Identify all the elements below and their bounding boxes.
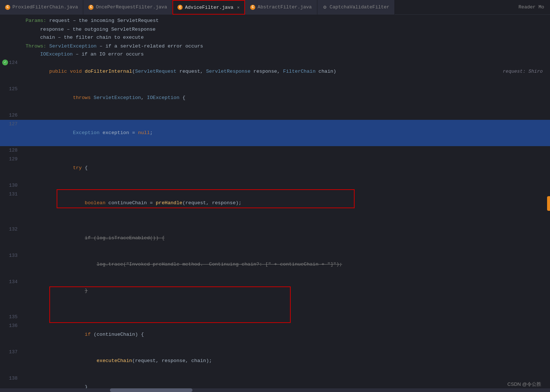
reader-mode-label: Reader Mo [519, 4, 550, 10]
line-number-132: 132 [0, 225, 22, 251]
tab-advice[interactable]: C AdviceFilter.java ✕ [172, 0, 245, 15]
code-line-134: 134 } [0, 278, 550, 313]
tab-icon-abstract: C [250, 5, 255, 10]
code-line-130: 130 [0, 181, 550, 190]
line-hint-124: request: Shiro [503, 58, 550, 85]
tab-label-proxied: ProxiedFilterChain.java [12, 4, 78, 10]
tab-close-advice[interactable]: ✕ [237, 5, 240, 10]
line-number-126: 126 [0, 111, 22, 120]
line-number-128: 128 [0, 146, 22, 155]
line-number-125: 125 [0, 85, 22, 111]
doc-throws-label: Throws: [26, 43, 46, 49]
code-line-129: 129 try { [0, 155, 550, 181]
tab-label-onceperrequest: OncePerRequestFilter.java [96, 4, 167, 10]
line-content-132: if (log.isTraceEnabled()) { [22, 225, 550, 251]
doc-params-label: Params: [26, 18, 46, 23]
code-container: 124 ✓ public void doFilterInternal(Servl… [0, 58, 550, 388]
scrollbar-thumb[interactable] [110, 388, 192, 392]
doc-response-text: response – the outgoing ServletResponse [40, 27, 156, 32]
doc-ioexception: IOException [40, 52, 73, 57]
code-line-127: 127 Exception exception = null; [0, 120, 550, 146]
line-content-125: throws ServletException, IOException { [22, 85, 550, 111]
code-line-131: 131 boolean continueChain = preHandle(re… [0, 190, 550, 225]
tab-icon-captcha: ⚙ [322, 5, 328, 10]
horizontal-scrollbar[interactable] [0, 388, 550, 392]
line-number-124: 124 ✓ [0, 58, 22, 85]
code-line-132: 132 if (log.isTraceEnabled()) { [0, 225, 550, 251]
tab-onceperrequest[interactable]: C OncePerRequestFilter.java [83, 0, 172, 15]
doc-chain-text: chain – the filter chain to execute [40, 35, 144, 40]
line-number-130: 130 [0, 181, 22, 190]
line-content-134: } [22, 278, 550, 313]
tab-icon-onceperrequest: C [88, 5, 93, 10]
tab-bar: C ProxiedFilterChain.java C OncePerReque… [0, 0, 550, 15]
doc-throws-servlet-text: – if a servlet-related error occurs [100, 43, 203, 49]
code-line-133: 133 log.trace("Invoked preHandle method.… [0, 251, 550, 278]
code-line-136: 136 if (continueChain) { [0, 321, 550, 348]
line-content-131: boolean continueChain = preHandle(reques… [22, 190, 550, 225]
line-content-126 [22, 111, 550, 120]
right-panel-toggle[interactable] [547, 196, 550, 211]
line-content-128 [22, 146, 550, 155]
line-content-129: try { [22, 155, 550, 181]
code-line-125: 125 throws ServletException, IOException… [0, 85, 550, 111]
line-content-130 [22, 181, 550, 190]
watermark: CSDN @令公胜 [507, 381, 541, 388]
line-number-135: 135 [0, 313, 22, 321]
code-line-138: 138 } [0, 374, 550, 388]
tab-label-abstract: AbstractFilter.java [257, 4, 312, 10]
tab-icon-proxied: C [5, 5, 10, 10]
code-line-124: 124 ✓ public void doFilterInternal(Servl… [0, 58, 550, 85]
line-number-138: 138 [0, 374, 22, 388]
line-number-129: 129 [0, 155, 22, 181]
doc-servlet-exception: ServletException [49, 43, 97, 49]
tab-icon-advice: C [177, 5, 183, 10]
editor-area: Params: request – the incoming ServletRe… [0, 15, 550, 392]
line-number-136: 136 [0, 321, 22, 348]
gutter-icon-124: ✓ [2, 60, 8, 65]
line-number-137: 137 [0, 348, 22, 374]
line-number-133: 133 [0, 251, 22, 278]
line-content-138: } [22, 374, 550, 388]
code-line-126: 126 [0, 111, 550, 120]
tab-label-captcha: CaptchaValidateFilter [330, 4, 390, 10]
tab-abstract[interactable]: C AbstractFilter.java [245, 0, 317, 15]
line-content-136: if (continueChain) { [22, 321, 550, 348]
line-content-135 [22, 313, 550, 321]
doc-comment-section: Params: request – the incoming ServletRe… [0, 15, 550, 58]
tab-label-advice: AdviceFilter.java [185, 5, 233, 10]
code-line-135: 135 [0, 313, 550, 321]
doc-throws-io-text: – if an IO error occurs [76, 52, 144, 57]
line-content-137: executeChain(request, response, chain); [22, 348, 550, 374]
line-content-127: Exception exception = null; [22, 120, 550, 146]
line-number-131: 131 [0, 190, 22, 225]
line-content-124: public void doFilterInternal(ServletRequ… [22, 58, 503, 85]
doc-params-request: request [49, 18, 70, 23]
tab-proxied[interactable]: C ProxiedFilterChain.java [0, 0, 83, 15]
tab-captcha[interactable]: ⚙ CaptchaValidateFilter [317, 0, 395, 15]
code-line-128: 128 [0, 146, 550, 155]
code-line-137: 137 executeChain(request, response, chai… [0, 348, 550, 374]
line-content-133: log.trace("Invoked preHandle method. Con… [22, 251, 550, 278]
line-number-134: 134 [0, 278, 22, 313]
line-number-127: 127 [0, 120, 22, 146]
doc-params-dash1: – the incoming ServletRequest [73, 18, 159, 23]
